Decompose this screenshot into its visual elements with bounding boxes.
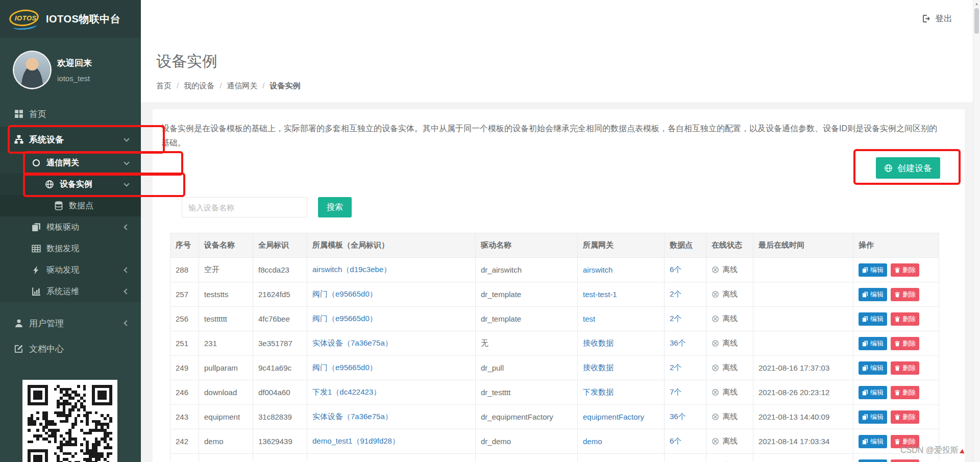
edit-button[interactable]: 编辑: [859, 459, 887, 462]
template-link[interactable]: 实体设备（7a36e75a）: [312, 338, 393, 347]
edit-button[interactable]: 编辑: [859, 361, 887, 375]
breadcrumb-item[interactable]: 我的设备: [172, 81, 214, 91]
globe-icon: [884, 164, 893, 173]
edit-button[interactable]: 编辑: [859, 337, 887, 350]
edit-label: 编辑: [870, 437, 884, 446]
cell-actions: 编辑删除: [853, 282, 939, 307]
edit-button[interactable]: 编辑: [859, 263, 887, 277]
row-actions: 编辑删除: [859, 459, 919, 462]
delete-button[interactable]: 删除: [891, 386, 919, 399]
sidebar-item-data-discovery[interactable]: 数据发现: [0, 238, 141, 259]
delete-button[interactable]: 删除: [891, 288, 919, 301]
gateway-link[interactable]: airswitch: [583, 265, 612, 274]
delete-button[interactable]: 删除: [891, 263, 919, 277]
cell-points: 6个: [665, 429, 706, 454]
row-actions: 编辑删除: [859, 288, 919, 301]
gateway-link[interactable]: demo: [583, 437, 602, 446]
cell-status: 离线: [706, 258, 753, 282]
search-input[interactable]: [182, 197, 307, 217]
cell-seq: 257: [170, 282, 199, 307]
sidebar-item-user-management[interactable]: 用户管理: [0, 310, 141, 336]
points-link[interactable]: 7个: [670, 387, 681, 396]
template-link[interactable]: 阀门（e95665d0）: [312, 363, 377, 372]
template-link[interactable]: 阀门（e95665d0）: [312, 289, 377, 298]
delete-button[interactable]: 删除: [891, 361, 919, 375]
sidebar-item-data-points[interactable]: 数据点: [0, 195, 141, 216]
scrollbar[interactable]: ▲: [973, 0, 980, 462]
edit-button[interactable]: 编辑: [859, 312, 887, 326]
cell-seq: 249: [170, 356, 199, 380]
gateway-link[interactable]: 下发数据: [583, 387, 614, 396]
logout-button[interactable]: 登出: [922, 13, 952, 25]
breadcrumb-item[interactable]: 通信网关: [214, 81, 257, 91]
cell-actions: 编辑删除: [853, 258, 939, 282]
template-link[interactable]: demo_test1（91d9fd28）: [312, 436, 400, 445]
sidebar-item-home[interactable]: 首页: [0, 101, 141, 127]
avatar[interactable]: [14, 52, 50, 88]
cell-status: 离线: [706, 307, 753, 331]
circle-icon: [32, 158, 41, 167]
template-link[interactable]: 下发1（dc422423）: [312, 387, 381, 396]
gateway-link[interactable]: 接收数据: [583, 363, 614, 372]
sidebar-item-label: 数据发现: [46, 244, 79, 254]
create-row: 创建设备: [153, 157, 965, 180]
edit-button[interactable]: 编辑: [859, 435, 887, 448]
edit-label: 编辑: [870, 363, 884, 373]
gateway-link[interactable]: 接收数据: [583, 338, 614, 347]
offline-icon: [712, 339, 719, 347]
create-device-button[interactable]: 创建设备: [876, 157, 940, 179]
sidebar-item-doc-center[interactable]: 文档中心: [0, 336, 141, 361]
logout-label: 登出: [935, 13, 952, 25]
table-row: 256testttttt4fc76bee阀门（e95665d0）dr_templ…: [170, 307, 939, 331]
table-head: 序号设备名称全局标识所属模板（全局标识）驱动名称所属网关数据点在线状态最后在线时…: [170, 233, 939, 258]
offline-icon: [712, 290, 719, 298]
sidebar-menu: 首页系统设备通信网关设备实例数据点模板驱动数据发现驱动发现系统运维用户管理文档中…: [0, 101, 141, 361]
status-badge: 离线: [712, 338, 738, 348]
edit-button[interactable]: 编辑: [859, 288, 887, 301]
cell-gateway: test-test-1: [578, 282, 665, 307]
cell-device-name: teststts: [199, 282, 253, 307]
status-badge: 离线: [712, 265, 738, 275]
template-link[interactable]: 实体设备（7a36e75a）: [312, 412, 393, 421]
points-link[interactable]: 36个: [670, 338, 686, 347]
delete-button[interactable]: 删除: [891, 312, 919, 326]
points-link[interactable]: 2个: [670, 289, 681, 298]
sidebar-item-template-driver[interactable]: 模板驱动: [0, 216, 141, 238]
user-profile: 欢迎回来 iotos_test: [0, 38, 141, 101]
cell-template: 实体设备（7a36e75a）: [307, 331, 476, 356]
edit-button[interactable]: 编辑: [859, 410, 887, 424]
sidebar-item-system-devices[interactable]: 系统设备: [0, 127, 141, 152]
cell-points: 5个: [665, 454, 706, 462]
breadcrumb-item[interactable]: 首页: [156, 81, 172, 91]
delete-button[interactable]: 删除: [891, 337, 919, 350]
gateway-link[interactable]: test: [583, 314, 595, 323]
sidebar-item-comm-gateway[interactable]: 通信网关: [0, 152, 141, 174]
template-link[interactable]: airswitch（d19c3ebe）: [312, 265, 391, 274]
points-link[interactable]: 2个: [670, 363, 681, 372]
points-link[interactable]: 36个: [670, 412, 686, 421]
points-link[interactable]: 6个: [670, 265, 681, 274]
sidebar-item-system-ops[interactable]: 系统运维: [0, 281, 141, 302]
status-label: 离线: [722, 436, 738, 446]
sidebar-item-driver-discovery[interactable]: 驱动发现: [0, 259, 141, 281]
gateway-link[interactable]: test-test-1: [583, 290, 617, 299]
delete-button[interactable]: 删除: [891, 459, 919, 462]
delete-label: 删除: [902, 363, 916, 373]
sidebar-item-device-instance[interactable]: 设备实例: [0, 174, 141, 195]
cell-guid: 31c82839: [253, 405, 307, 429]
row-actions: 编辑删除: [859, 263, 919, 277]
chevron-left-icon: [124, 224, 129, 230]
template-link[interactable]: 阀门（e95665d0）: [312, 314, 377, 323]
status-badge: 离线: [712, 289, 738, 299]
gateway-link[interactable]: equipmentFactory: [583, 412, 644, 421]
edit-button[interactable]: 编辑: [859, 386, 887, 399]
column-header: 序号: [170, 233, 199, 258]
points-link[interactable]: 6个: [670, 436, 681, 445]
breadcrumb-item: 设备实例: [257, 81, 300, 91]
delete-button[interactable]: 删除: [891, 410, 919, 424]
cell-status: 离线: [706, 282, 753, 307]
search-button[interactable]: 搜索: [318, 197, 352, 217]
scroll-up-arrow[interactable]: ▲: [973, 0, 980, 8]
points-link[interactable]: 2个: [670, 314, 681, 323]
scrollbar-thumb[interactable]: [974, 8, 979, 34]
